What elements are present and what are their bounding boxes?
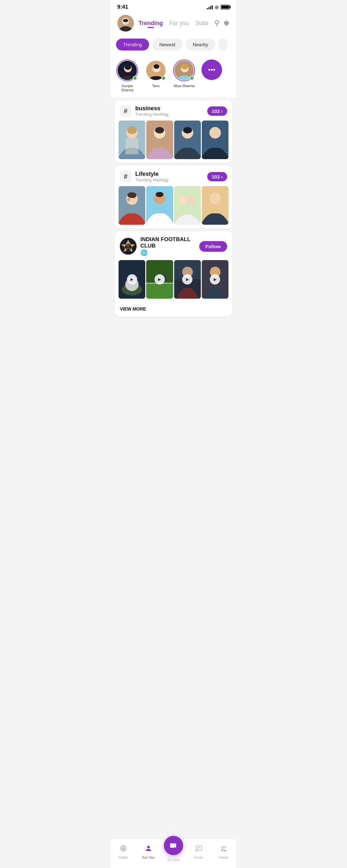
svg-rect-48 [146,283,173,299]
hashtag-name: business [135,105,203,112]
video-thumb-3[interactable]: ▶ [174,260,201,299]
nav-foryou[interactable]: For you [169,20,189,27]
football-club-card: WINDY CITY RAMPAGE INDIAN FOOTBALL CLUB … [115,231,232,317]
online-dot [161,76,166,81]
wifi-icon: ⊛ [215,4,219,10]
count-number-lifestyle: 102 [212,174,220,179]
club-video-grid: ▶ ▶ ▶ ▶ [115,260,232,303]
view-more-button[interactable]: VIEW MORE [115,303,232,317]
battery-icon [221,5,230,9]
follow-button[interactable]: Follow [199,241,227,252]
status-bar: 9:41 ⊛ [111,0,236,12]
story-name: Gunjan Sharma [116,84,138,92]
svg-point-29 [133,196,136,199]
grid-image-1[interactable] [119,121,145,159]
story-name: Aliya Sharma [174,84,194,88]
video-thumb-1[interactable]: ▶ [119,260,145,299]
svg-point-32 [156,192,163,197]
svg-point-19 [155,127,164,133]
lifestyle-hashtag-card: # Lifestyle Trending Hashtag 102 › [115,165,232,228]
story-item[interactable]: Gunjan Sharma [116,60,138,92]
club-logo: WINDY CITY RAMPAGE [120,238,136,255]
svg-text:RAMPAGE: RAMPAGE [126,248,131,249]
header: Trending For you Subs ⚲ ♚ [111,12,236,35]
play-icon-3[interactable]: ▶ [182,274,192,284]
lifestyle-grid-image-1[interactable] [119,186,145,225]
chevron-right-icon: › [221,108,223,114]
business-hashtag-card: # business Trending Hashtag 102 › [115,100,232,163]
filter-more[interactable] [219,38,227,51]
video-thumb-4[interactable]: ▶ [202,260,228,299]
svg-point-6 [125,65,131,70]
story-avatar-tanu [145,60,167,81]
online-dot [133,76,137,81]
hash-icon: # [120,105,131,117]
grid-image-4[interactable] [202,121,228,159]
svg-point-3 [123,19,128,22]
grid-image-2[interactable] [146,121,173,159]
hashtag-header: # business Trending Hashtag 102 › [115,100,232,121]
business-image-grid [115,121,232,163]
lifestyle-image-grid [115,186,232,228]
video-thumb-2[interactable]: ▶ [146,260,173,299]
header-nav: Trending For you Subs [138,20,210,27]
play-icon-4[interactable]: ▶ [210,274,220,284]
hashtag-info-lifestyle: Lifestyle Trending Hashtag [135,171,203,182]
svg-point-24 [209,127,221,138]
svg-point-12 [181,64,188,69]
story-avatar-gunjan [116,60,138,81]
svg-text:CITY: CITY [127,246,130,248]
filter-trending[interactable]: Trending [116,38,149,51]
hash-icon-lifestyle: # [120,171,131,182]
status-icons: ⊛ [207,4,230,10]
hashtag-sub-lifestyle: Trending Hashtag [135,178,203,182]
lifestyle-grid-image-4[interactable] [202,186,228,225]
search-icon[interactable]: ⚲ [214,19,219,27]
nav-trending[interactable]: Trending [138,20,163,27]
hashtag-info: business Trending Hashtag [135,105,203,117]
globe-icon: 🌐 [140,249,195,256]
club-name: INDIAN FOOTBALL CLUB [140,236,195,249]
svg-point-28 [127,198,130,201]
svg-point-34 [178,195,187,204]
club-info: INDIAN FOOTBALL CLUB 🌐 [140,236,195,256]
grid-image-3[interactable] [174,121,201,159]
user-avatar[interactable] [117,15,134,31]
svg-text:WINDY: WINDY [126,244,130,246]
svg-point-9 [154,64,159,69]
signal-icon [207,5,213,9]
filter-newest[interactable]: Newest [152,38,183,51]
svg-point-22 [183,127,192,133]
story-item[interactable]: Aliya Sharma [173,60,195,92]
lifestyle-grid-image-2[interactable] [146,186,173,225]
status-time: 9:41 [117,4,128,10]
story-more[interactable]: ••• [201,60,222,92]
play-icon-1[interactable]: ▶ [127,274,137,284]
svg-rect-16 [126,138,138,154]
svg-point-37 [209,192,221,204]
hashtag-sub: Trending Hashtag [135,112,203,117]
svg-point-35 [187,196,196,205]
stories-row: Gunjan Sharma Tanu [111,56,236,97]
svg-point-15 [127,126,137,134]
crown-icon[interactable]: ♚ [223,19,230,27]
play-icon-2[interactable]: ▶ [155,274,165,284]
story-name: Tanu [152,84,160,88]
count-badge[interactable]: 102 › [207,106,227,116]
header-actions: ⚲ ♚ [214,19,230,27]
story-avatar-aliya [173,60,195,81]
count-badge-lifestyle[interactable]: 102 › [207,172,227,181]
hashtag-header-lifestyle: # Lifestyle Trending Hashtag 102 › [115,165,232,186]
online-dot [190,76,194,81]
filter-tabs: Trending Newest Nearby [111,35,236,56]
lifestyle-grid-image-3[interactable] [174,186,201,225]
hashtag-name-lifestyle: Lifestyle [135,171,203,178]
count-number: 102 [212,108,220,114]
filter-nearby[interactable]: Nearby [186,38,215,51]
story-item[interactable]: Tanu [145,60,167,92]
chevron-right-icon-lifestyle: › [221,174,223,179]
nav-subs[interactable]: Subs [195,20,209,27]
club-header: WINDY CITY RAMPAGE INDIAN FOOTBALL CLUB … [115,231,232,260]
more-stories-button[interactable]: ••• [201,60,222,80]
